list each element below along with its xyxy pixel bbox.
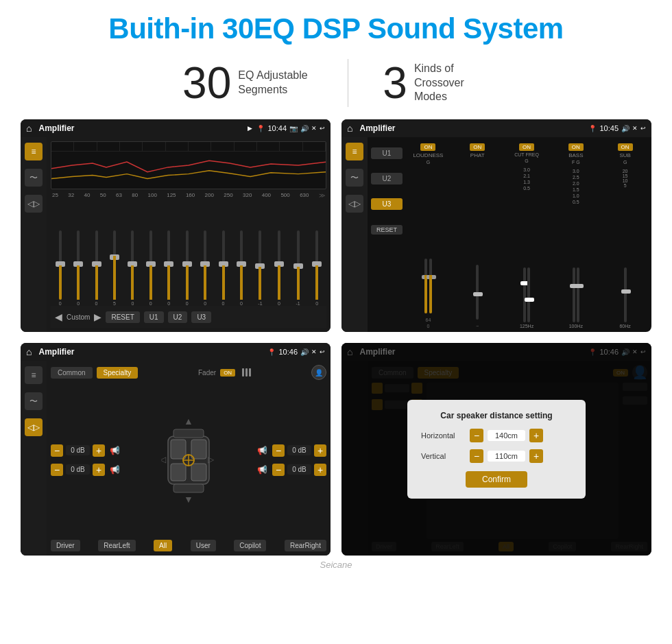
rear-left-control: − 0 dB + 📢 xyxy=(51,464,120,476)
left-db-controls: − 0 dB + 📢 − 0 dB + 📢 xyxy=(51,444,120,476)
ch-slider-lo-l[interactable] xyxy=(424,259,427,313)
ch-slider-cf-r[interactable] xyxy=(527,267,530,322)
ch-slider-phat[interactable] xyxy=(476,265,479,320)
svg-rect-2 xyxy=(191,440,206,459)
u2-btn-1[interactable]: U2 xyxy=(168,311,188,323)
stat-eq: 30 EQ Adjustable Segments xyxy=(148,61,348,105)
vertical-value: 110cm xyxy=(488,451,525,462)
wave-icon-3[interactable]: 〜 xyxy=(25,392,43,410)
vertical-minus[interactable]: − xyxy=(470,449,483,463)
eq-graph-1 xyxy=(51,141,326,189)
app-title-2: Amplifier xyxy=(359,123,584,133)
x-icon-2: ✕ xyxy=(632,125,638,132)
u1-btn-1[interactable]: U1 xyxy=(144,311,164,323)
fader-body-wrap: ≡ 〜 ◁▷ Common Specialty Fader ON 👤 xyxy=(21,361,331,556)
slider-2[interactable]: 0 xyxy=(77,230,80,306)
slider-9[interactable]: 0 xyxy=(204,230,206,306)
front-left-control: − 0 dB + 📢 xyxy=(51,444,120,457)
svg-rect-4 xyxy=(191,464,206,481)
pin-icon-1: 📍 xyxy=(256,125,265,132)
wave-icon-1[interactable]: 〜 xyxy=(25,169,43,187)
ch-slider-sub[interactable] xyxy=(624,267,627,322)
rl-plus[interactable]: + xyxy=(93,464,105,476)
on-badge-loudness: ON xyxy=(420,143,435,151)
confirm-button[interactable]: Confirm xyxy=(466,471,527,488)
vol-icon-1: 🔊 xyxy=(300,125,309,132)
u-buttons-col: U1 U2 U3 RESET xyxy=(371,141,403,329)
eq-icon-3[interactable]: ≡ xyxy=(25,366,43,384)
home-icon-2[interactable]: ⌂ xyxy=(347,123,352,134)
vertical-plus[interactable]: + xyxy=(529,449,543,463)
driver-btn-3[interactable]: Driver xyxy=(51,540,80,551)
u1-btn-cross[interactable]: U1 xyxy=(371,147,403,159)
common-tab-3[interactable]: Common xyxy=(51,367,93,379)
rl-minus[interactable]: − xyxy=(51,464,63,476)
rr-minus[interactable]: − xyxy=(272,464,285,476)
fl-plus[interactable]: + xyxy=(93,444,105,457)
home-icon-3[interactable]: ⌂ xyxy=(26,346,32,357)
slider-11[interactable]: 0 xyxy=(240,230,243,306)
ch-slider-cf-l[interactable] xyxy=(523,267,526,322)
vol-icon-side-3[interactable]: ◁▷ xyxy=(25,418,43,436)
fl-minus[interactable]: − xyxy=(51,444,63,457)
vol-icon-3: 🔊 xyxy=(300,348,309,356)
app-title-3: Amplifier xyxy=(38,347,263,357)
ch-slider-lo-r[interactable] xyxy=(429,259,432,313)
user-icon-3[interactable]: 👤 xyxy=(311,365,326,380)
rr-plus[interactable]: + xyxy=(314,464,326,476)
channel-cutfreq: ON CUT FREQ G 3.0 2.1 1.3 0.5 xyxy=(504,143,550,329)
user-btn-3[interactable]: User xyxy=(191,540,216,551)
u3-btn-cross[interactable]: U3 xyxy=(371,198,403,210)
position-buttons-row: Driver RearLeft All User Copilot RearRig… xyxy=(51,540,326,551)
home-icon-1[interactable]: ⌂ xyxy=(26,123,32,134)
eq-sidebar-1: ≡ 〜 ◁▷ xyxy=(21,137,47,332)
stat-crossover: 3 Kinds of Crossover Modes xyxy=(348,61,524,105)
crossover-content: ≡ 〜 ◁▷ U1 U2 U3 RESET ON LOUDNESS xyxy=(341,137,651,332)
slider-6[interactable]: 0 xyxy=(149,230,152,306)
reset-btn-1[interactable]: RESET xyxy=(106,311,139,323)
specialty-tab-3[interactable]: Specialty xyxy=(97,367,139,379)
pin-icon-2: 📍 xyxy=(588,125,597,132)
slider-1[interactable]: 0 xyxy=(59,230,62,306)
rl-value: 0 dB xyxy=(66,464,90,475)
rearright-btn-3[interactable]: RearRight xyxy=(285,540,326,551)
play-btn-1[interactable]: ▶ xyxy=(94,311,101,322)
vol-icon-side-2[interactable]: ◁▷ xyxy=(346,195,363,213)
wave-icon-2[interactable]: 〜 xyxy=(346,169,363,187)
fr-minus[interactable]: − xyxy=(272,444,285,457)
eq-icon-2[interactable]: ≡ xyxy=(346,143,363,160)
fr-plus[interactable]: + xyxy=(314,444,326,457)
slider-5[interactable]: 0 xyxy=(131,230,134,306)
slider-fill-1 xyxy=(59,265,62,300)
speaker-rl: 📢 xyxy=(110,465,120,475)
prev-btn-1[interactable]: ◀ xyxy=(55,311,62,322)
slider-10[interactable]: 0 xyxy=(222,230,225,306)
eq-icon-1[interactable]: ≡ xyxy=(25,143,43,160)
slider-12[interactable]: -1 xyxy=(258,230,262,306)
u2-btn-cross[interactable]: U2 xyxy=(371,173,403,184)
slider-4[interactable]: 5 xyxy=(113,230,116,306)
reset-btn-cross[interactable]: RESET xyxy=(371,225,403,235)
slider-7[interactable]: 0 xyxy=(167,230,170,306)
rearleft-btn-3[interactable]: RearLeft xyxy=(98,540,135,551)
channel-bass: ON BASS F G 3.0 2.5 2.0 1.5 1.0 0.5 xyxy=(553,143,599,329)
all-btn-3[interactable]: All xyxy=(154,540,172,551)
channel-loudness: ON LOUDNESS G xyxy=(405,143,451,329)
slider-8[interactable]: 0 xyxy=(186,230,189,306)
slider-13[interactable]: 0 xyxy=(278,230,280,306)
ch-slider-bass-l[interactable] xyxy=(573,267,575,322)
horizontal-plus[interactable]: + xyxy=(529,429,543,442)
horizontal-label: Horizontal xyxy=(421,431,466,440)
slider-3[interactable]: 0 xyxy=(95,230,98,306)
on-badge-cutfreq: ON xyxy=(519,143,534,151)
slider-14[interactable]: -1 xyxy=(296,230,300,306)
horizontal-minus[interactable]: − xyxy=(470,429,483,442)
eq-sliders-row: 0 0 0 xyxy=(51,202,326,306)
copilot-btn-3[interactable]: Copilot xyxy=(234,540,266,551)
time-3: 10:46 xyxy=(278,348,298,356)
u3-btn-1[interactable]: U3 xyxy=(191,311,211,323)
ch-slider-bass-r[interactable] xyxy=(577,267,579,322)
speaker-fr: 📢 xyxy=(257,446,267,455)
slider-15[interactable]: 0 xyxy=(315,230,318,306)
vol-icon-side-1[interactable]: ◁▷ xyxy=(25,195,43,213)
